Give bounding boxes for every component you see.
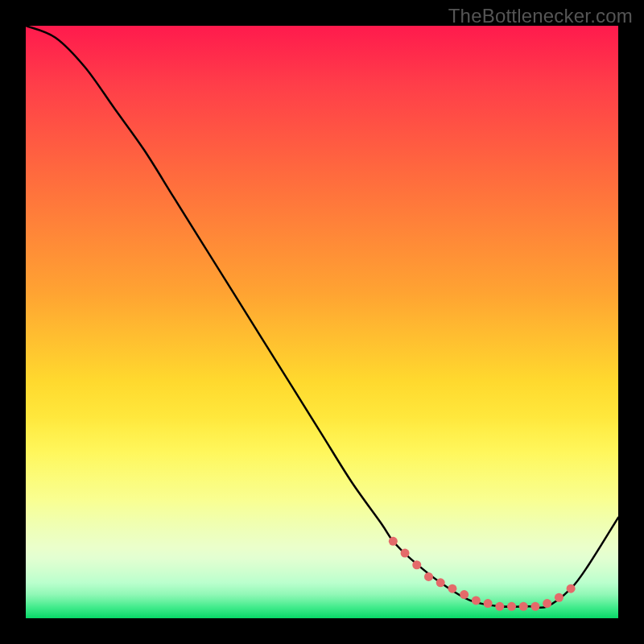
valley-dot (567, 584, 576, 593)
valley-dot (448, 584, 456, 593)
valley-dot (401, 549, 410, 558)
chart-svg (26, 26, 618, 618)
valley-dots-group (389, 537, 576, 611)
valley-dot (472, 596, 481, 605)
valley-dot (460, 590, 469, 599)
valley-dot (543, 599, 551, 608)
valley-dot (507, 602, 516, 611)
valley-dot (519, 602, 528, 611)
valley-dot (484, 599, 493, 608)
valley-dot (555, 593, 564, 602)
bottleneck-curve (26, 26, 618, 608)
watermark-label: TheBottlenecker.com (448, 5, 633, 27)
valley-dot (424, 572, 433, 581)
valley-dot (495, 602, 504, 611)
valley-dot (436, 578, 445, 587)
valley-dot (412, 560, 421, 569)
valley-dot (389, 537, 398, 546)
valley-dot (530, 602, 539, 611)
chart-area (26, 26, 618, 618)
